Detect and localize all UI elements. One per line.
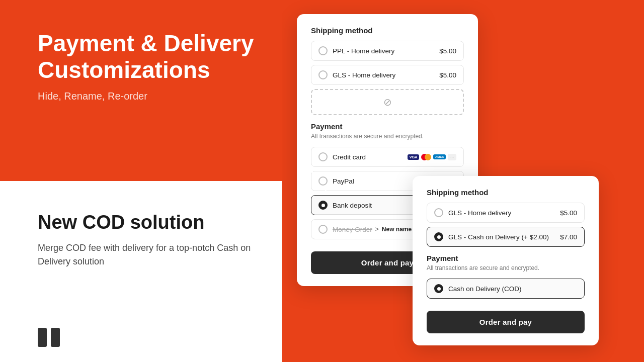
mastercard-icon xyxy=(421,154,431,160)
hidden-shipping-row: ⊘ xyxy=(311,89,464,115)
radio-ppl xyxy=(318,46,328,55)
radio-gls-cod xyxy=(434,232,443,241)
radio-cod xyxy=(434,284,443,293)
shipping-option-ppl[interactable]: PPL - Home delivery $5.00 xyxy=(311,41,464,61)
left-bottom-section: New COD solution Merge COD fee with deli… xyxy=(0,181,282,362)
amex-icon: AMEX xyxy=(433,154,446,159)
logo-bar-left xyxy=(38,328,47,347)
right-panel: Shipping method PPL - Home delivery $5.0… xyxy=(282,0,644,362)
gls-price-2: $5.00 xyxy=(560,209,577,217)
card-payment-icons: VISA AMEX ··· xyxy=(408,154,456,160)
shipping-section-title-1: Shipping method xyxy=(311,26,464,35)
gls-price: $5.00 xyxy=(439,71,456,79)
radio-gls-2 xyxy=(434,208,443,217)
cod-label-text: Cash on Delivery (COD) xyxy=(448,285,522,293)
payment-section-title-1: Payment xyxy=(311,122,464,131)
radio-gls xyxy=(318,70,328,79)
ppl-label: PPL - Home delivery xyxy=(333,47,394,55)
shipping-option-gls-2[interactable]: GLS - Home delivery $5.00 xyxy=(427,203,585,223)
curved-arrow-icon xyxy=(307,161,337,191)
visa-icon: VISA xyxy=(408,154,419,160)
rename-row: Money Order > New name xyxy=(333,226,412,233)
shipping-option-gls[interactable]: GLS - Home delivery $5.00 xyxy=(311,65,464,85)
ppl-price: $5.00 xyxy=(439,47,456,55)
main-subheading: Hide, Rename, Re-order xyxy=(38,90,257,102)
cod-description: Merge COD fee with delivery for a top-no… xyxy=(38,241,257,268)
gls-cod-price: $7.00 xyxy=(560,233,577,241)
cod-heading: New COD solution xyxy=(38,211,257,234)
bank-deposit-label: Bank deposit xyxy=(333,202,372,209)
order-pay-button-2[interactable]: Order and pay xyxy=(427,311,585,333)
payment-subtitle-1: All transactions are secure and encrypte… xyxy=(311,133,464,140)
gls-cod-label: GLS - Cash on Delivery (+ $2.00) xyxy=(448,233,549,241)
gls-label: GLS - Home delivery xyxy=(333,71,395,79)
shipping-section-title-2: Shipping method xyxy=(427,188,585,197)
payment-option-cod[interactable]: Cash on Delivery (COD) xyxy=(427,279,585,299)
left-panel: Payment & Delivery Customizations Hide, … xyxy=(0,0,282,362)
eye-slash-icon: ⊘ xyxy=(383,96,392,108)
credit-card-label: Credit card xyxy=(333,153,366,161)
main-heading: Payment & Delivery Customizations xyxy=(38,30,257,83)
left-top-section: Payment & Delivery Customizations Hide, … xyxy=(0,0,282,122)
card-2: Shipping method GLS - Home delivery $5.0… xyxy=(413,176,599,345)
money-order-new-label: New name xyxy=(382,226,412,233)
radio-credit-card xyxy=(318,152,328,161)
logo-bar-right xyxy=(51,328,60,347)
payment-subtitle-2: All transactions are secure and encrypte… xyxy=(427,264,585,272)
gls-label-2: GLS - Home delivery xyxy=(448,209,511,217)
payment-section-title-2: Payment xyxy=(427,254,585,262)
radio-bank-deposit xyxy=(318,201,328,210)
radio-money-order xyxy=(318,225,328,234)
other-card-icon: ··· xyxy=(448,154,456,160)
money-order-old-label: Money Order xyxy=(333,226,372,233)
logo xyxy=(38,328,60,347)
shipping-option-gls-cod[interactable]: GLS - Cash on Delivery (+ $2.00) $7.00 xyxy=(427,227,585,247)
